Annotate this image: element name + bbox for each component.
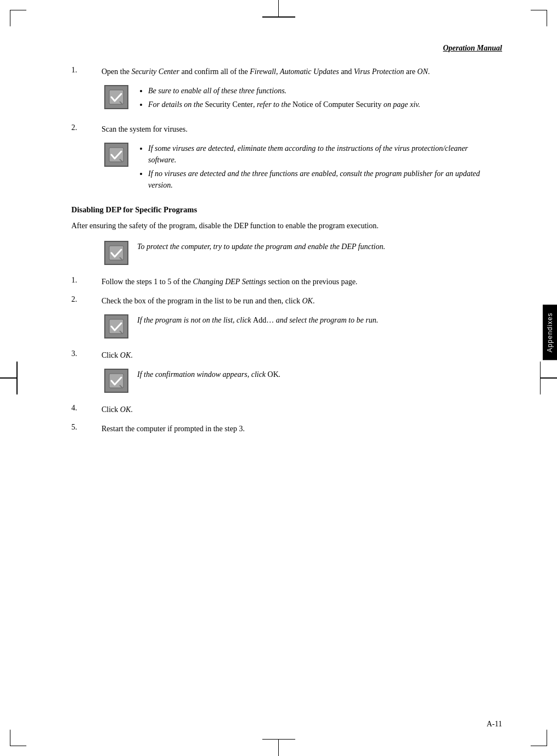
corner-mark-bottom-right	[531, 730, 547, 746]
dep-step-2-note: If the program is not on the list, click…	[104, 314, 480, 338]
step-1-note: Be sure to enable all of these three fun…	[104, 85, 480, 112]
page-number: A-11	[487, 720, 502, 728]
right-mid-mark	[540, 362, 558, 394]
section-intro: After ensuring the safety of the program…	[71, 220, 480, 232]
step-1-text: Open the Security Center and confirm all…	[102, 66, 480, 77]
note-icon-1	[104, 85, 128, 109]
page-header: Operation Manual	[71, 44, 502, 53]
corner-mark-bottom-left	[10, 730, 26, 746]
dep-step-3-text: Click OK.	[102, 349, 480, 361]
dep-step-5-number: 5.	[71, 423, 102, 435]
corner-mark-top-right	[531, 10, 547, 26]
dep-step-1: 1. Follow the steps 1 to 5 of the Changi…	[71, 276, 480, 287]
dep-step-4: 4. Click OK.	[71, 404, 480, 415]
step-2-note-text: If some viruses are detected, eliminate …	[137, 143, 480, 193]
note-icon-3	[104, 241, 128, 265]
note-icon-2	[104, 143, 128, 167]
bottom-center-mark	[262, 739, 295, 757]
dep-step-1-text: Follow the steps 1 to 5 of the Changing …	[102, 276, 480, 287]
section-note-text: To protect the computer, try to update t…	[137, 241, 480, 253]
section-heading: Disabling DEP for Specific Programs	[71, 205, 480, 215]
note-icon-4	[104, 314, 128, 338]
section-note: To protect the computer, try to update t…	[104, 241, 480, 265]
dep-step-2-number: 2.	[71, 295, 102, 307]
dep-step-4-number: 4.	[71, 404, 102, 415]
left-mid-mark	[0, 362, 18, 394]
page-title: Operation Manual	[443, 44, 502, 52]
step-2-note: If some viruses are detected, eliminate …	[104, 143, 480, 193]
dep-step-2-text: Check the box of the program in the list…	[102, 295, 480, 307]
appendixes-tab: Appendixes	[543, 305, 557, 360]
top-center-mark	[262, 0, 295, 18]
step-2-text: Scan the system for viruses.	[102, 123, 480, 135]
dep-step-3: 3. Click OK.	[71, 349, 480, 361]
page-footer: A-11	[487, 720, 502, 729]
dep-step-5-text: Restart the computer if prompted in the …	[102, 423, 480, 435]
note-icon-5	[104, 369, 128, 393]
step-1: 1. Open the Security Center and confirm …	[71, 66, 480, 77]
dep-step-4-text: Click OK.	[102, 404, 480, 415]
dep-step-3-note-text: If the confirmation window appears, clic…	[137, 369, 480, 381]
dep-step-3-note: If the confirmation window appears, clic…	[104, 369, 480, 393]
step-2-number: 2.	[71, 123, 102, 135]
main-content: 1. Open the Security Center and confirm …	[71, 66, 502, 435]
step-1-number: 1.	[71, 66, 102, 77]
step-1-note-text: Be sure to enable all of these three fun…	[137, 85, 480, 112]
dep-step-5: 5. Restart the computer if prompted in t…	[71, 423, 480, 435]
dep-step-2-note-text: If the program is not on the list, click…	[137, 314, 480, 326]
dep-step-2: 2. Check the box of the program in the l…	[71, 295, 480, 307]
dep-step-1-number: 1.	[71, 276, 102, 287]
dep-step-3-number: 3.	[71, 349, 102, 361]
step-2: 2. Scan the system for viruses.	[71, 123, 480, 135]
corner-mark-top-left	[10, 10, 26, 26]
